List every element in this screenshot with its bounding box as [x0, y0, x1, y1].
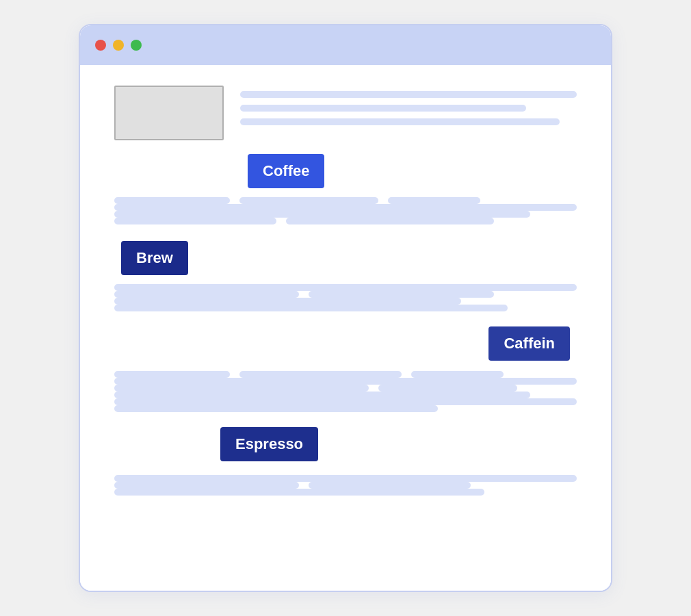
browser-window: Coffee Brew: [79, 24, 612, 592]
badge-coffee[interactable]: Coffee: [248, 154, 324, 188]
badge-caffein[interactable]: Caffein: [488, 326, 570, 361]
line: [411, 371, 504, 378]
line: [239, 371, 402, 378]
line: [114, 489, 484, 496]
line: [114, 284, 577, 291]
badge-brew[interactable]: Brew: [121, 241, 188, 275]
line: [388, 197, 480, 204]
header-line-2: [240, 105, 526, 112]
line: [239, 197, 378, 204]
line: [114, 204, 577, 211]
traffic-light-red[interactable]: [95, 40, 106, 51]
header-area: [114, 86, 577, 140]
line: [114, 405, 438, 412]
line: [114, 305, 508, 311]
section-coffee: Coffee: [114, 159, 577, 224]
line: [114, 385, 369, 392]
traffic-light-green[interactable]: [131, 40, 142, 51]
line: [114, 371, 230, 378]
line: [286, 218, 494, 224]
line: [114, 378, 577, 385]
section-brew: Brew: [114, 246, 577, 311]
line: [114, 197, 230, 204]
line: [114, 392, 530, 398]
line: [114, 211, 530, 218]
line: [114, 218, 276, 224]
header-lines: [240, 86, 577, 125]
section-caffein: Caffein: [114, 333, 577, 412]
traffic-light-yellow[interactable]: [113, 40, 124, 51]
line: [378, 385, 517, 392]
line: [309, 291, 493, 298]
image-placeholder: [114, 86, 224, 140]
title-bar: [80, 25, 611, 65]
section4-lines: [114, 434, 577, 496]
line: [114, 482, 299, 489]
badge-espresso[interactable]: Espresso: [220, 427, 318, 461]
line: [114, 298, 461, 305]
line: [114, 291, 299, 298]
section1-lines: [114, 159, 577, 224]
page-content: Coffee Brew: [80, 65, 611, 591]
section-espresso: Espresso: [114, 434, 577, 496]
line: [114, 398, 577, 405]
line: [309, 482, 471, 489]
line: [114, 475, 577, 482]
header-line-3: [240, 118, 560, 125]
header-line-1: [240, 91, 577, 98]
